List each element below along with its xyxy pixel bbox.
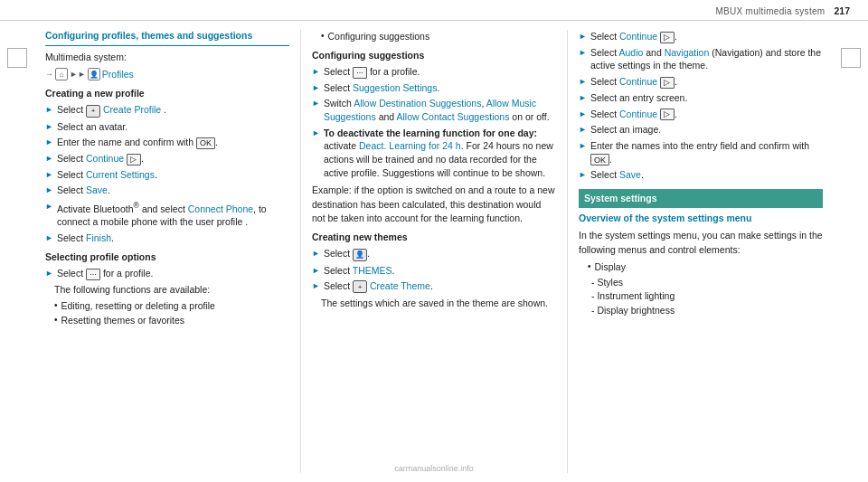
columns: Configuring profiles, themes and suggest… (34, 30, 834, 473)
arrow-marker: ► (579, 76, 587, 88)
list-item: ► Select + Create Theme. (312, 279, 556, 293)
arrow-marker: ► (45, 153, 53, 165)
col2-theme-note: The settings which are saved in the them… (321, 297, 556, 310)
list-item: Display brightness (591, 304, 823, 317)
list-item: ► Select Continue ▷. (579, 30, 823, 43)
arrow-marker: ► (579, 31, 587, 43)
arrow-marker: ► (579, 169, 587, 181)
col1-list1: ► Select + Create Profile . ► Select an … (45, 103, 289, 244)
list-item: ► Select 👤. (312, 247, 556, 260)
col1-subsection1: Creating a new profile (45, 87, 289, 100)
col1-subsection2: Selecting profile options (45, 250, 289, 264)
col2-example: Example: if the option is switched on an… (312, 184, 556, 225)
list-item: • Configuring suggestions (321, 30, 556, 43)
arrow-marker: ► (312, 98, 320, 109)
list-item: • Display (588, 260, 823, 274)
list-item: ► Select Suggestion Settings. (312, 81, 556, 95)
multimedia-label: Multimedia system: (45, 51, 289, 64)
watermark: carmanualsonline.info (394, 464, 474, 473)
list-item: ► Select Save. (45, 184, 289, 197)
arrow-marker: ► (45, 201, 53, 213)
list-item: Styles (591, 276, 823, 289)
col2-list2: ► Select 👤. ► Select THEMES. ► Select + … (312, 247, 556, 293)
system-settings-subtitle: Overview of the system settings menu (579, 212, 823, 225)
continue-btn[interactable]: ▷ (660, 32, 675, 43)
list-item: ► Select an avatar. (45, 120, 289, 134)
list-item: • Editing, resetting or deleting a profi… (54, 299, 289, 313)
plus-btn[interactable]: + (353, 280, 367, 293)
col1-bullet-list: • Editing, resetting or deleting a profi… (54, 299, 289, 327)
col3-list-top: ► Select Continue ▷. ► Select Audio and … (579, 30, 823, 182)
col1-section-title: Configuring profiles, themes and suggest… (45, 30, 289, 43)
arrow-marker: ► (312, 248, 320, 260)
col2-subsection1: Configuring suggestions (312, 49, 556, 62)
list-item: Instrument lighting (591, 289, 823, 303)
left-margin (0, 30, 34, 473)
arrow-marker: ► (312, 265, 320, 277)
following-label: The following functions are available: (54, 283, 289, 297)
col1-list2: ► Select ··· for a profile. (45, 267, 289, 280)
bullet-marker: • (54, 299, 58, 312)
page-container: MBUX multimedia system 217 Configuring p… (0, 0, 868, 482)
arrow-marker: ► (312, 280, 320, 292)
breadcrumb-chevron: ►► (70, 69, 86, 80)
list-item: ► Activate Bluetooth® and select Connect… (45, 200, 289, 229)
arrow-marker: ► (45, 268, 53, 279)
arrow-marker: ► (45, 121, 53, 133)
arrow-marker: ► (579, 92, 587, 104)
list-item: ► To deactivate the learning function fo… (312, 127, 556, 180)
bullet-marker: • (588, 260, 591, 273)
list-item: ► Select THEMES. (312, 264, 556, 278)
dots-btn[interactable]: ··· (353, 67, 367, 79)
ok-btn[interactable]: OK (196, 137, 215, 149)
bullet-marker: • (321, 30, 325, 43)
list-item: ► Switch Allow Destination Suggestions, … (312, 97, 556, 123)
arrow-marker: ► (45, 169, 53, 181)
margin-box-right (841, 48, 861, 68)
col-1: Configuring profiles, themes and suggest… (34, 30, 301, 473)
list-item: ► Enter the name and confirm with OK. (45, 136, 289, 149)
list-item: ► Select ··· for a profile. (312, 65, 556, 79)
arrow-marker: ► (45, 184, 53, 196)
list-item: ► Select ··· for a profile. (45, 267, 289, 280)
arrow-marker: ► (579, 140, 587, 152)
list-item: ► Select an image. (579, 123, 823, 137)
list-item: ► Select Save. (579, 168, 823, 182)
arrow-marker: ► (45, 137, 53, 148)
list-item: ► Select Continue ▷. (579, 75, 823, 89)
breadcrumb-arrow: → (45, 69, 53, 80)
col-2: • Configuring suggestions Configuring su… (301, 30, 568, 473)
arrow-marker: ► (312, 82, 320, 94)
plus-btn[interactable]: + (86, 105, 100, 118)
breadcrumb-home-icon: ⌂ (55, 68, 68, 80)
continue-btn[interactable]: ▷ (127, 154, 141, 165)
person-icon-btn[interactable]: 👤 (353, 249, 367, 261)
list-item: ► Select Finish. (45, 232, 289, 245)
ok-btn[interactable]: OK (590, 154, 609, 165)
list-item: ► Select an entry screen. (579, 91, 823, 105)
col2-bullet-intro: • Configuring suggestions (321, 30, 556, 43)
list-item: ► Select Audio and Navigation (Navigatio… (579, 46, 823, 72)
list-item: ► Select Current Settings. (45, 168, 289, 182)
arrow-marker: ► (312, 128, 320, 139)
arrow-marker: ► (579, 109, 587, 120)
margin-box-top (7, 48, 27, 68)
arrow-marker: ► (45, 104, 53, 116)
breadcrumb: → ⌂ ►► 👤 Profiles (45, 68, 289, 81)
continue-btn[interactable]: ▷ (660, 109, 675, 120)
col-3: ► Select Continue ▷. ► Select Audio and … (568, 30, 834, 473)
system-settings-text: In the system settings menu, you can mak… (579, 229, 823, 256)
right-margin (834, 30, 868, 473)
list-item: ► Enter the names into the entry field a… (579, 139, 823, 165)
col3-display-sub: Styles Instrument lighting Display brigh… (591, 276, 823, 317)
dots-btn[interactable]: ··· (86, 269, 100, 280)
list-item: ► Select Continue ▷. (45, 152, 289, 165)
bullet-marker: • (54, 314, 58, 326)
col3-display-list: • Display (588, 260, 823, 274)
continue-btn[interactable]: ▷ (660, 77, 675, 89)
bold-deactivate: To deactivate the learning function for … (324, 128, 537, 138)
content-area: Configuring profiles, themes and suggest… (0, 21, 868, 482)
col2-subsection2: Creating new themes (312, 231, 556, 244)
arrow-marker: ► (579, 124, 587, 136)
col2-list1: ► Select ··· for a profile. ► Select Sug… (312, 65, 556, 180)
